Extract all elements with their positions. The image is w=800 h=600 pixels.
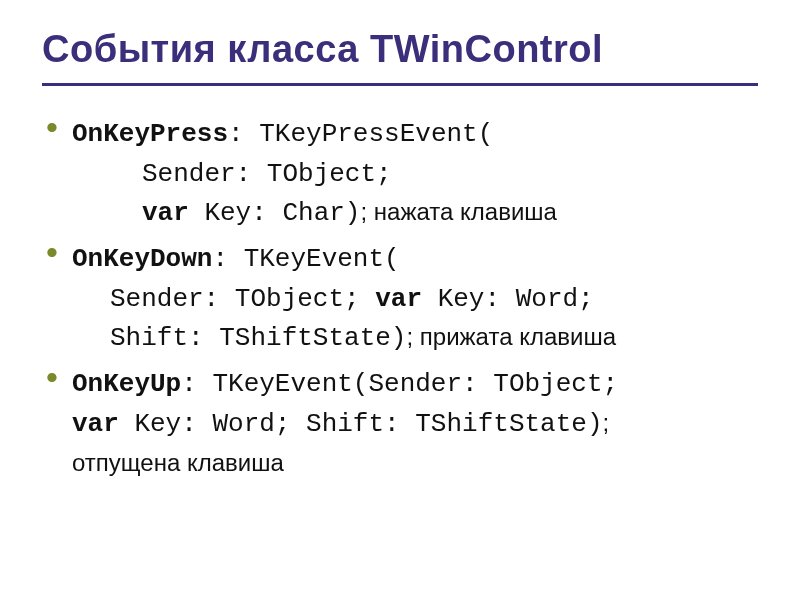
note-text: ; прижата клавиша bbox=[406, 323, 616, 350]
code-block: OnKeyDown: TKeyEvent( Sender: TObject; v… bbox=[72, 239, 758, 358]
list-item: OnKeyPress: TKeyPressEvent( Sender: TObj… bbox=[46, 114, 758, 233]
colon: : bbox=[212, 244, 243, 274]
keyword-var: var bbox=[375, 284, 422, 314]
list-item: OnKeyUp: TKeyEvent(Sender: TObject; var … bbox=[46, 364, 758, 481]
title-underline bbox=[42, 83, 758, 86]
event-name: OnKeyPress bbox=[72, 119, 228, 149]
list-item: OnKeyDown: TKeyEvent( Sender: TObject; v… bbox=[46, 239, 758, 358]
code-block: OnKeyUp: TKeyEvent(Sender: TObject; var … bbox=[72, 364, 758, 481]
event-type: TKeyEvent( bbox=[244, 244, 400, 274]
event-type: TKeyEvent(Sender: TObject; bbox=[212, 369, 618, 399]
event-type: TKeyPressEvent( bbox=[259, 119, 493, 149]
colon: : bbox=[181, 369, 212, 399]
content-list: OnKeyPress: TKeyPressEvent( Sender: TObj… bbox=[42, 114, 758, 481]
param-line: Key: Char) bbox=[189, 198, 361, 228]
code-block: OnKeyPress: TKeyPressEvent( Sender: TObj… bbox=[72, 114, 758, 233]
slide: События класса TWinControl OnKeyPress: T… bbox=[0, 0, 800, 507]
param-line: Sender: TObject; bbox=[110, 284, 375, 314]
event-name: OnKeyDown bbox=[72, 244, 212, 274]
keyword-var: var bbox=[72, 409, 119, 439]
note-text: отпущена клавиша bbox=[72, 449, 284, 476]
page-title: События класса TWinControl bbox=[42, 28, 758, 71]
keyword-var: var bbox=[142, 198, 189, 228]
param-line: Key: Word; bbox=[422, 284, 594, 314]
colon: : bbox=[228, 119, 259, 149]
param-line: Key: Word; Shift: TShiftState) bbox=[119, 409, 603, 439]
event-name: OnKeyUp bbox=[72, 369, 181, 399]
param-line: Sender: TObject; bbox=[142, 159, 392, 189]
note-text: ; нажата клавиша bbox=[360, 198, 556, 225]
param-line: Shift: TShiftState) bbox=[110, 323, 406, 353]
note-text: ; bbox=[603, 409, 610, 436]
